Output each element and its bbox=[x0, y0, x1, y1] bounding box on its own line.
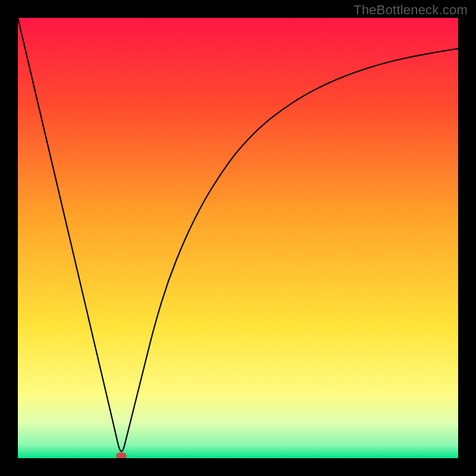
plot-svg bbox=[18, 18, 458, 458]
plot-area bbox=[18, 18, 458, 458]
chart-frame: TheBottleneck.com bbox=[0, 0, 476, 476]
plot-background bbox=[18, 18, 458, 458]
watermark-text: TheBottleneck.com bbox=[353, 2, 468, 18]
